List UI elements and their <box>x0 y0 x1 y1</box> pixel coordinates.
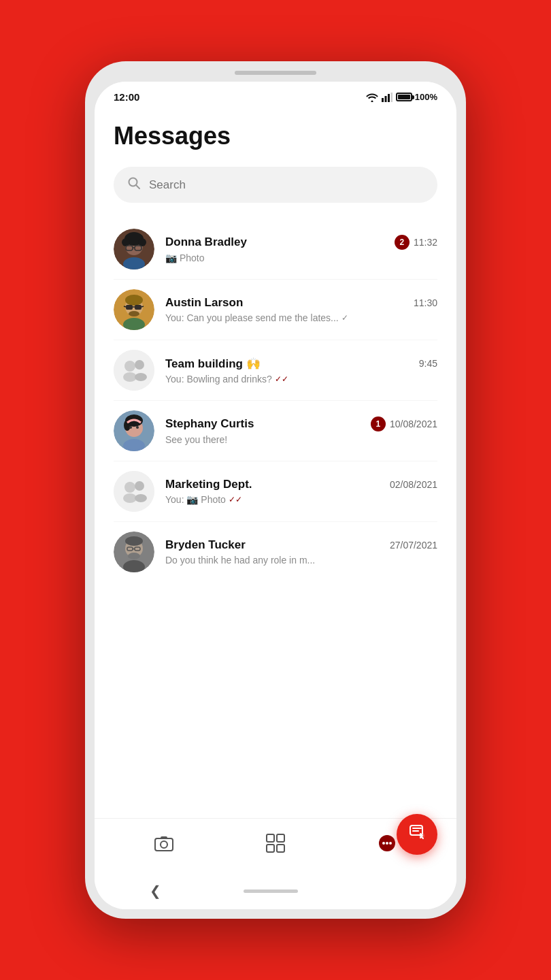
conv-preview: You: 📷 Photo ✓✓ <box>165 494 437 505</box>
conv-time: 10/08/2021 <box>390 419 437 429</box>
battery-container: 100% <box>396 92 437 102</box>
status-time: 12:00 <box>114 91 139 103</box>
conv-body: Austin Larson 11:30 You: Can you please … <box>165 296 437 323</box>
svg-point-41 <box>135 494 147 502</box>
svg-line-22 <box>141 306 144 307</box>
svg-rect-58 <box>277 845 284 852</box>
search-icon <box>127 176 141 193</box>
svg-point-38 <box>124 482 135 493</box>
conv-header: Austin Larson 11:30 <box>165 296 437 310</box>
conv-body: Bryden Tucker 27/07/2021 Do you think he… <box>165 538 437 566</box>
conv-preview: Do you think he had any role in m... <box>165 555 437 566</box>
conv-name: Austin Larson <box>165 296 243 310</box>
svg-point-37 <box>114 471 154 512</box>
battery-icon <box>396 93 412 101</box>
avatar <box>114 229 154 270</box>
camera-icon <box>154 835 173 856</box>
conv-time: 9:45 <box>419 358 437 369</box>
conv-preview: You: Can you please send me the lates...… <box>165 312 437 323</box>
conv-body: Marketing Dept. 02/08/2021 You: 📷 Photo … <box>165 478 437 505</box>
messages-icon <box>378 834 397 857</box>
search-bar[interactable] <box>114 167 437 203</box>
main-content: Messages <box>95 108 456 818</box>
svg-point-25 <box>114 350 154 391</box>
svg-rect-54 <box>161 836 167 839</box>
preview-text: You: Can you please send me the lates... <box>165 312 339 323</box>
conv-meta: 11:30 <box>414 297 437 308</box>
conv-body: Donna Bradley 2 11:32 📷 Photo <box>165 235 437 263</box>
conv-meta: 02/08/2021 <box>390 479 437 490</box>
svg-point-23 <box>129 311 139 316</box>
avatar <box>114 471 154 512</box>
signal-icon <box>382 93 393 102</box>
svg-point-48 <box>128 553 140 559</box>
back-button[interactable]: ❮ <box>150 883 161 899</box>
svg-line-5 <box>136 185 139 189</box>
svg-point-9 <box>122 238 130 246</box>
svg-rect-2 <box>388 94 390 102</box>
phone-notch <box>235 71 316 75</box>
conversation-item[interactable]: Donna Bradley 2 11:32 📷 Photo <box>114 219 437 280</box>
check-icon: ✓ <box>341 313 348 323</box>
status-bar: 12:00 <box>95 82 456 108</box>
avatar <box>114 532 154 572</box>
conv-badge: 2 <box>395 235 410 250</box>
preview-text: See you there! <box>165 434 227 445</box>
conversation-item[interactable]: Stephany Curtis 1 10/08/2021 See you the… <box>114 401 437 461</box>
conversation-item[interactable]: Austin Larson 11:30 You: Can you please … <box>114 280 437 340</box>
page-title: Messages <box>114 122 437 150</box>
svg-point-34 <box>129 426 132 429</box>
avatar <box>114 410 154 451</box>
conv-header: Stephany Curtis 1 10/08/2021 <box>165 416 437 431</box>
svg-rect-3 <box>390 93 393 102</box>
conv-preview: You: Bowling and drinks? ✓✓ <box>165 374 437 385</box>
conv-header: Team building 🙌 9:45 <box>165 357 437 371</box>
svg-point-62 <box>389 842 392 845</box>
phone-shell: 12:00 <box>85 61 466 919</box>
conv-badge: 1 <box>371 416 386 431</box>
conv-name: Marketing Dept. <box>165 478 252 491</box>
double-check-icon: ✓✓ <box>229 495 242 504</box>
double-check-icon: ✓✓ <box>275 374 288 384</box>
svg-rect-57 <box>267 845 274 852</box>
svg-point-35 <box>136 426 139 429</box>
conv-name: Bryden Tucker <box>165 538 246 552</box>
conv-preview: 📷 Photo <box>165 252 437 263</box>
conv-name: Team building 🙌 <box>165 357 261 371</box>
svg-point-10 <box>138 238 146 246</box>
search-input[interactable] <box>149 178 424 192</box>
battery-fill <box>398 95 410 99</box>
conv-meta: 27/07/2021 <box>390 540 437 551</box>
compose-fab[interactable] <box>397 814 437 855</box>
preview-text: Do you think he had any role in m... <box>165 555 315 566</box>
wifi-icon <box>366 93 378 102</box>
conversation-item[interactable]: Team building 🙌 9:45 You: Bowling and dr… <box>114 340 437 401</box>
conv-time: 27/07/2021 <box>390 540 437 551</box>
svg-point-40 <box>135 481 144 491</box>
status-icons: 100% <box>366 92 437 102</box>
svg-point-61 <box>386 842 388 845</box>
conv-header: Bryden Tucker 27/07/2021 <box>165 538 437 552</box>
conversation-item[interactable]: Marketing Dept. 02/08/2021 You: 📷 Photo … <box>114 461 437 522</box>
conv-meta: 2 11:32 <box>395 235 437 250</box>
svg-rect-0 <box>382 98 384 102</box>
preview-text: You: Bowling and drinks? <box>165 374 272 385</box>
svg-rect-1 <box>384 96 386 102</box>
conv-body: Team building 🙌 9:45 You: Bowling and dr… <box>165 357 437 385</box>
svg-rect-18 <box>126 305 133 310</box>
conv-time: 02/08/2021 <box>390 479 437 490</box>
svg-rect-52 <box>155 838 173 851</box>
svg-rect-19 <box>135 305 141 310</box>
svg-point-44 <box>125 536 143 546</box>
conv-meta: 1 10/08/2021 <box>371 416 437 431</box>
conversation-item[interactable]: Bryden Tucker 27/07/2021 Do you think he… <box>114 522 437 582</box>
svg-point-17 <box>125 295 143 306</box>
conv-name: Stephany Curtis <box>165 417 254 431</box>
nav-item-apps[interactable] <box>258 829 293 863</box>
home-bar[interactable] <box>244 889 298 893</box>
svg-point-28 <box>135 360 144 370</box>
nav-item-camera[interactable] <box>147 829 181 863</box>
avatar <box>114 350 154 391</box>
svg-point-53 <box>161 841 167 848</box>
svg-line-21 <box>124 306 126 307</box>
